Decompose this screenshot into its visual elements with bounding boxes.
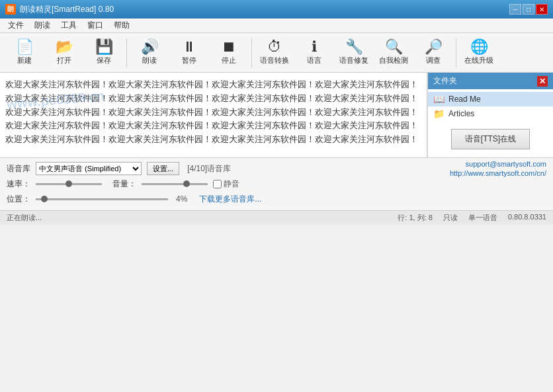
voice-lib-label: 语音库 [7,163,30,175]
new-button[interactable]: 📄 新建 [5,36,44,70]
title-bar: 朗 朗读精灵[SmartRead] 0.80 ─ □ ✕ [0,0,553,19]
save-button[interactable]: 💾 保存 [85,36,123,70]
close-button[interactable]: ✕ [536,4,548,15]
stop-icon: ⏹ [222,40,236,54]
support-info: support@smartysoft.com http://www.smarty… [450,160,546,177]
volume-slider[interactable] [142,183,208,185]
upgrade-icon: 🌐 [470,40,488,54]
volume-label: 音量： [112,178,136,190]
position-row: 位置： 4% 下载更多语音库... [7,192,546,206]
maximize-button[interactable]: □ [523,4,534,15]
mute-checkbox[interactable] [213,180,222,188]
tts-area: 语音[TTS]在线 [428,124,553,157]
file-panel-header: 文件夹 ✕ [428,73,553,89]
menu-window[interactable]: 窗口 [82,19,108,32]
upgrade-button[interactable]: 🌐 在线升级 [460,36,498,70]
save-icon: 💾 [95,40,113,54]
query-icon: 🔎 [425,40,443,54]
window-controls[interactable]: ─ □ ✕ [509,4,548,15]
repair-icon: 🔧 [345,40,363,54]
file-item-readme[interactable]: 📖 Read Me [428,92,553,106]
voice-select[interactable]: 中文男声语音 (Simplified) [36,162,142,175]
speed-label: 速率： [7,178,30,190]
folder-icon: 📁 [433,108,445,119]
read-label: 朗读 [142,56,157,65]
repair-label: 语音修复 [339,56,368,65]
stop-label: 停止 [222,56,236,65]
upgrade-label: 在线升级 [464,56,493,65]
position-slider[interactable] [36,198,168,200]
tts-convert-label: 语音转换 [260,56,289,65]
open-button[interactable]: 📂 打开 [45,36,83,70]
file-item-articles[interactable]: 📁 Articles [428,106,553,121]
voice-count: [4/10]语音库 [187,163,231,175]
position-label: 位置： [7,194,30,205]
file-panel-close-button[interactable]: ✕ [537,76,548,87]
tts-convert-button[interactable]: ⏱ 语音转换 [255,36,294,70]
mode-status: 单一语音 [468,213,497,223]
main-content: www.pc0359.cn 文件夹 ✕ 📖 Read Me 📁 Articles… [0,73,553,157]
version-status: 0.80.8.0331 [508,213,546,223]
text-panel: www.pc0359.cn [0,73,427,157]
bottom-left: 正在朗读... [7,213,42,223]
book-icon: 📖 [433,94,445,104]
tts-online-button[interactable]: 语音[TTS]在线 [451,129,530,149]
open-label: 打开 [57,56,71,65]
cursor-position: 行: 1, 列: 8 [398,213,433,223]
read-button[interactable]: 🔊 朗读 [130,36,169,70]
open-icon: 📂 [56,40,73,54]
separator-2 [251,38,252,67]
text-editor[interactable] [0,73,427,157]
separator-3 [456,38,456,67]
stop-button[interactable]: ⏹ 停止 [210,36,248,70]
language-label: 语言 [307,56,321,65]
pause-button[interactable]: ⏸ 暂停 [170,36,208,70]
detect-button[interactable]: 🔍 自我检测 [374,36,413,70]
mute-checkbox-label: 静音 [213,178,239,190]
voice-settings-button[interactable]: 设置... [147,162,179,175]
support-email[interactable]: support@smartysoft.com [466,160,546,168]
file-panel: 文件夹 ✕ 📖 Read Me 📁 Articles 语音[TTS]在线 [427,73,553,157]
new-label: 新建 [17,56,32,65]
repair-button[interactable]: 🔧 语音修复 [335,36,373,70]
language-button[interactable]: ℹ 语言 [295,36,333,70]
detect-icon: 🔍 [385,40,403,54]
voice-row: 语音库 中文男声语音 (Simplified) 设置... [4/10]语音库 … [7,162,546,175]
new-icon: 📄 [16,40,34,54]
file-item-articles-label: Articles [448,109,474,118]
tts-convert-icon: ⏱ [267,40,282,54]
pause-icon: ⏸ [182,40,196,54]
readonly-status: 只读 [443,213,458,223]
app-icon: 朗 [5,4,16,15]
file-list: 📖 Read Me 📁 Articles [428,89,553,124]
menu-bar: 文件 朗读 工具 窗口 帮助 [0,19,553,33]
detect-label: 自我检测 [379,56,408,65]
mute-label: 静音 [224,178,239,190]
language-icon: ℹ [312,40,317,54]
minimize-button[interactable]: ─ [509,4,521,15]
file-panel-title: 文件夹 [433,75,457,87]
download-voices-link[interactable]: 下载更多语音库... [199,194,261,205]
menu-help[interactable]: 帮助 [108,19,135,32]
query-button[interactable]: 🔎 调查 [414,36,452,70]
save-label: 保存 [97,56,111,65]
speed-slider[interactable] [36,183,102,185]
menu-read[interactable]: 朗读 [29,19,56,32]
position-pct: 4% [176,194,187,204]
settings-bar: 语音库 中文男声语音 (Simplified) 设置... [4/10]语音库 … [0,157,553,210]
toolbar: 📄 新建 📂 打开 💾 保存 🔊 朗读 ⏸ 暂停 ⏹ 停止 ⏱ 语音转换 ℹ 语… [0,33,553,73]
support-url[interactable]: http://www.smartysoft.com/cn/ [450,169,546,177]
menu-tools[interactable]: 工具 [56,19,82,32]
speed-volume-row: 速率： 音量： 静音 [7,177,546,190]
title-bar-left: 朗 朗读精灵[SmartRead] 0.80 [5,4,114,15]
bottom-right: 行: 1, 列: 8 只读 单一语音 0.80.8.0331 [398,213,546,223]
app-title: 朗读精灵[SmartRead] 0.80 [20,4,114,15]
bottom-bar: 正在朗读... 行: 1, 列: 8 只读 单一语音 0.80.8.0331 [0,210,553,225]
pause-label: 暂停 [182,56,196,65]
separator-1 [126,38,127,67]
menu-file[interactable]: 文件 [3,19,29,32]
read-icon: 🔊 [141,40,159,54]
file-item-readme-label: Read Me [448,95,481,104]
query-label: 调查 [426,56,441,65]
reading-status: 正在朗读... [7,213,42,223]
